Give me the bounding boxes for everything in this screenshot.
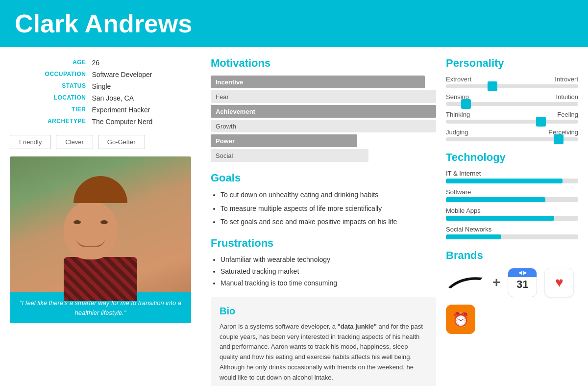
status-value: Single (89, 80, 201, 92)
tech-label-it: IT & Internet (446, 170, 578, 177)
personality-indicator-1 (488, 81, 497, 91)
location-label: LOCATION (10, 92, 89, 104)
age-label: AGE (10, 57, 89, 69)
location-row: LOCATION San Jose, CA (10, 92, 201, 104)
middle-column: Motivations Incentive Fear Achievement (211, 57, 436, 386)
personality-track-1 (446, 84, 578, 88)
tech-bar-software (446, 197, 545, 202)
goal-item-2: To measure multiple aspects of life more… (220, 204, 436, 214)
frustrations-title: Frustrations (211, 237, 436, 250)
archetype-row: ARCHETYPE The Computer Nerd (10, 116, 201, 128)
tier-label: TIER (10, 104, 89, 116)
frustration-item-1: Unfamiliar with wearable technology (220, 256, 436, 263)
goal-item-1: To cut down on unhealthy eating and drin… (220, 190, 436, 200)
archetype-label: ARCHETYPE (10, 116, 89, 128)
tag-clever: Clever (56, 135, 93, 149)
tier-row: TIER Experiment Hacker (10, 104, 201, 116)
goals-title: Goals (211, 172, 436, 184)
profile-name: Clark Andrews (15, 9, 573, 38)
motivation-social: Social (211, 149, 436, 162)
personality-track-3 (446, 120, 578, 124)
bio-section: Bio Aaron is a systems software develope… (211, 297, 436, 386)
tier-value: Experiment Hacker (89, 104, 201, 116)
status-label: STATUS (10, 80, 89, 92)
location-value: San Jose, CA (89, 92, 201, 104)
label-judging: Judging (446, 129, 468, 136)
alarm-brand: ⏰ (446, 305, 475, 334)
label-introvert: Introvert (555, 76, 578, 83)
age-row: AGE 26 (10, 57, 201, 69)
brands-section: Brands + ◀ ▶ 31 (446, 249, 578, 334)
tags-container: Friendly Clever Go-Getter (10, 135, 201, 149)
motivation-fear: Fear (211, 90, 436, 103)
label-feeling: Feeling (557, 111, 578, 118)
personality-indicator-4 (554, 134, 564, 144)
occupation-value: Software Developer (89, 69, 201, 80)
profile-info: AGE 26 OCCUPATION Software Developer STA… (10, 57, 201, 128)
frustration-item-3: Manual tracking is too time consuming (220, 279, 436, 287)
tech-bar-social (446, 234, 501, 239)
label-thinking: Thinking (446, 111, 470, 118)
motivations-section: Motivations Incentive Fear Achievement (211, 57, 436, 162)
heart-icon: ♥ (555, 275, 564, 290)
avatar-container: "I feel like there's a smarter way for m… (10, 156, 191, 323)
tech-label-mobile: Mobile Apps (446, 207, 578, 214)
tech-social-networks: Social Networks (446, 226, 578, 239)
tag-friendly: Friendly (10, 135, 51, 149)
personality-track-2 (446, 102, 578, 106)
personality-extrovert-row: Extrovert Introvert (446, 76, 578, 88)
motivation-growth: Growth (211, 120, 436, 132)
label-intuition: Intuition (556, 93, 578, 101)
label-extrovert: Extrovert (446, 76, 471, 83)
calendar-number: 31 (516, 278, 528, 291)
quote-text: "I feel like there's a smarter way for m… (20, 299, 181, 316)
age-value: 26 (89, 57, 201, 69)
label-perceiving: Perceiving (548, 129, 578, 136)
brands-icons: + ◀ ▶ 31 ♥ ⏰ (446, 268, 578, 334)
frustrations-section: Frustrations Unfamiliar with wearable te… (211, 237, 436, 287)
header: Clark Andrews (0, 0, 588, 47)
alarm-icon: ⏰ (452, 311, 469, 328)
goal-item-3: To set goals and see and make positive i… (220, 217, 436, 227)
personality-thinking-row: Thinking Feeling (446, 111, 578, 124)
nike-brand (446, 273, 485, 292)
motivations-title: Motivations (211, 57, 436, 70)
tech-it-internet: IT & Internet (446, 170, 578, 183)
tech-label-social: Social Networks (446, 226, 578, 233)
archetype-value: The Computer Nerd (89, 116, 201, 128)
occupation-row: OCCUPATION Software Developer (10, 69, 201, 80)
tech-mobile-apps: Mobile Apps (446, 207, 578, 221)
personality-judging-row: Judging Perceiving (446, 129, 578, 141)
brands-title: Brands (446, 249, 578, 262)
tech-label-software: Software (446, 188, 578, 196)
tech-bar-it (446, 179, 563, 183)
personality-indicator-2 (461, 99, 471, 109)
right-column: Personality Extrovert Introvert Sensing … (446, 57, 578, 386)
left-column: AGE 26 OCCUPATION Software Developer STA… (10, 57, 201, 386)
personality-track-4 (446, 137, 578, 141)
bio-text: Aaron is a systems software developer, a… (220, 322, 427, 383)
tech-software: Software (446, 188, 578, 202)
personality-section: Personality Extrovert Introvert Sensing … (446, 57, 578, 141)
goals-section: Goals To cut down on unhealthy eating an… (211, 172, 436, 227)
plus-icon: + (492, 275, 500, 290)
tech-bar-mobile (446, 216, 554, 221)
frustrations-list: Unfamiliar with wearable technology Satu… (211, 256, 436, 287)
motivation-power: Power (211, 134, 436, 147)
motivation-achievement: Achievement (211, 105, 436, 118)
occupation-label: OCCUPATION (10, 69, 89, 80)
status-row: STATUS Single (10, 80, 201, 92)
personality-indicator-3 (536, 117, 546, 127)
bio-title: Bio (220, 306, 427, 317)
frustration-item-2: Saturated tracking market (220, 267, 436, 275)
motivation-incentive: Incentive (211, 76, 436, 88)
google-calendar-brand: ◀ ▶ 31 (508, 268, 537, 297)
technology-section: Technology IT & Internet Software Mobile… (446, 151, 578, 239)
technology-title: Technology (446, 151, 578, 164)
health-brand: ♥ (544, 268, 574, 297)
nike-logo-icon (446, 273, 485, 292)
personality-sensing-row: Sensing Intuition (446, 93, 578, 106)
tag-gogetter: Go-Getter (98, 135, 145, 149)
personality-title: Personality (446, 57, 578, 70)
goals-list: To cut down on unhealthy eating and drin… (211, 190, 436, 227)
